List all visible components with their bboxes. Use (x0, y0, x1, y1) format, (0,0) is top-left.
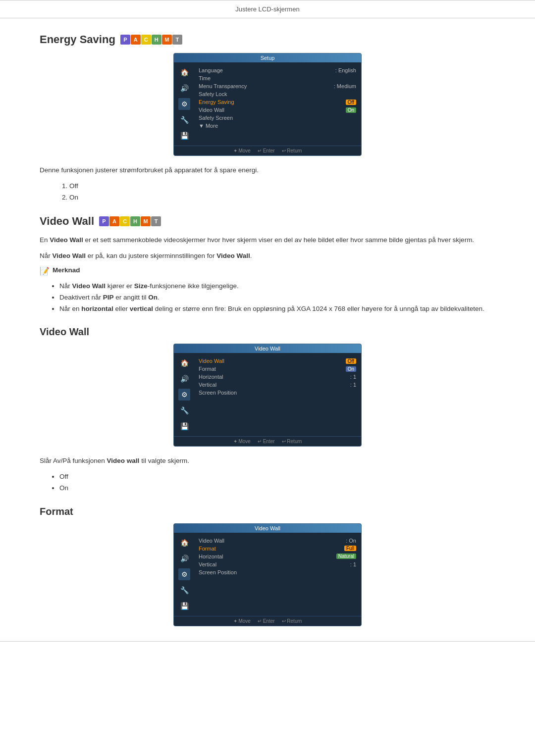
osd-vw-icon-3: ⚙ (178, 389, 190, 401)
osd-vw-icon-4: 🔧 (178, 404, 190, 416)
osd-return: ↩ Return (282, 148, 302, 153)
osd-fmt-move: ✦ Move (233, 618, 251, 624)
osd-title-videowall: Video Wall (174, 344, 361, 353)
osd-icon-column: 🏠 🔊 ⚙ 🔧 💾 (177, 66, 192, 142)
osd-menu-setup: Language : English Time Menu Transparenc… (195, 66, 358, 142)
osd-fmt-item-horizontal: Horizontal Natural (197, 553, 358, 560)
osd-fmt-enter: ↵ Enter (258, 618, 275, 624)
badge-M: M (162, 35, 172, 45)
format-sub-title: Format (40, 506, 495, 517)
osd-vw-move: ✦ Move (233, 439, 251, 444)
osd-item-safety-screen: Safety Screen (197, 114, 358, 122)
bullet-2: Deaktivert når PIP er angitt til On. (59, 292, 495, 303)
badge-P: P (120, 35, 130, 45)
osd-menu-format: Video Wall : On Format Full Horizontal N… (195, 537, 358, 612)
osd-vw-enter: ↵ Enter (258, 439, 275, 444)
osd-fmt-item-videowall: Video Wall : On (197, 537, 358, 545)
page-header: Justere LCD-skjermen (0, 2, 535, 18)
video-wall-bullets: Når Video Wall kjører er Size-funksjonen… (59, 281, 495, 315)
option-on: On (69, 192, 495, 203)
video-wall-sub-title: Video Wall (40, 326, 495, 338)
osd-vw-item-videowall: Video Wall Off (197, 357, 358, 365)
badge-H: H (152, 35, 161, 45)
format-subsection: Format Video Wall 🏠 🔊 ⚙ 🔧 💾 Video Wall :… (40, 506, 495, 626)
video-wall-osd: Video Wall 🏠 🔊 ⚙ 🔧 💾 Video Wall Off (173, 344, 362, 447)
osd-fmt-icon-3: ⚙ (178, 568, 190, 580)
osd-footer-setup: ✦ Move ↵ Enter ↩ Return (174, 146, 361, 155)
osd-vw-item-screen-position: Screen Position (197, 389, 358, 397)
bullet-1: Når Video Wall kjører er Size-funksjonen… (59, 281, 495, 292)
badge-T: T (172, 35, 182, 45)
osd-item-video-wall: Video Wall On (197, 106, 358, 114)
osd-fmt-item-vertical: Vertical : 1 (197, 560, 358, 568)
osd-item-time: Time (197, 74, 358, 82)
osd-vw-item-vertical: Vertical : 1 (197, 381, 358, 389)
osd-item-language: Language : English (197, 66, 358, 74)
energy-saving-osd: Setup 🏠 🔊 ⚙ 🔧 💾 Language : English T (173, 53, 362, 156)
osd-footer-vw: ✦ Move ↵ Enter ↩ Return (174, 436, 361, 446)
option-off: Off (69, 181, 495, 192)
osd-icon-4: 🔧 (178, 114, 190, 126)
osd-item-more: ▼ More (197, 122, 358, 130)
video-wall-title: Video Wall P A C H M T (40, 215, 495, 228)
osd-icon-2: 🔊 (178, 82, 190, 94)
osd-vw-icon-5: 💾 (178, 420, 190, 432)
osd-title-format: Video Wall (174, 524, 361, 533)
vw-option-on: On (59, 483, 495, 494)
osd-move: ✦ Move (233, 148, 251, 153)
video-wall-desc-2: Når Video Wall er på, kan du justere skj… (40, 251, 495, 261)
osd-fmt-icon-1: 🏠 (178, 537, 190, 549)
osd-fmt-icon-2: 🔊 (178, 553, 190, 564)
vw-badge-C: C (120, 216, 130, 226)
badge-C: C (141, 35, 151, 45)
energy-saving-description: Denne funksjonen justerer strømforbruket… (40, 165, 495, 176)
osd-fmt-return: ↩ Return (282, 618, 302, 624)
osd-fmt-icon-5: 💾 (178, 600, 190, 612)
osd-menu-vw: Video Wall Off Format On Horizontal : 1 … (195, 357, 358, 432)
energy-saving-badges: P A C H M T (120, 35, 182, 45)
osd-enter: ↵ Enter (258, 148, 275, 153)
note-box: 📝 Merknad (40, 266, 495, 276)
note-icon: 📝 (40, 266, 50, 276)
energy-saving-title: Energy Saving P A C H M T (40, 33, 495, 46)
osd-item-menu-transparency: Menu Transparency : Medium (197, 82, 358, 90)
osd-fmt-icon-column: 🏠 🔊 ⚙ 🔧 💾 (177, 537, 192, 612)
video-wall-main-section: Video Wall P A C H M T En Video Wall er … (40, 215, 495, 314)
osd-icon-5: 💾 (178, 130, 190, 142)
osd-vw-icon-2: 🔊 (178, 373, 190, 385)
note-label: Merknad (53, 266, 80, 274)
bullet-3: Når en horizontal eller vertical deling … (59, 303, 495, 315)
vw-badge-T: T (151, 216, 161, 226)
osd-vw-item-horizontal: Horizontal : 1 (197, 373, 358, 381)
osd-footer-format: ✦ Move ↵ Enter ↩ Return (174, 616, 361, 626)
osd-item-safety-lock: Safety Lock (197, 90, 358, 98)
osd-icon-3: ⚙ (178, 98, 190, 110)
vw-badge-A: A (109, 216, 119, 226)
vw-option-off: Off (59, 471, 495, 483)
vw-badge-H: H (130, 216, 140, 226)
video-wall-badges: P A C H M T (99, 216, 161, 226)
format-osd: Video Wall 🏠 🔊 ⚙ 🔧 💾 Video Wall : On (173, 523, 362, 626)
osd-icon-1: 🏠 (178, 66, 190, 78)
vw-badge-M: M (141, 216, 151, 226)
osd-fmt-item-format: Format Full (197, 545, 358, 553)
osd-item-energy-saving: Energy Saving Off (197, 98, 358, 106)
video-wall-sub-description: Slår Av/På funksjonen Video wall til val… (40, 455, 495, 466)
osd-vw-item-format: Format On (197, 365, 358, 373)
video-wall-sub-options: Off On (59, 471, 495, 494)
energy-saving-options-list: Off On (59, 181, 495, 203)
video-wall-subsection: Video Wall Video Wall 🏠 🔊 ⚙ 🔧 💾 Video Wa… (40, 326, 495, 494)
vw-badge-P: P (99, 216, 109, 226)
osd-vw-icon-1: 🏠 (178, 357, 190, 369)
osd-vw-return: ↩ Return (282, 439, 302, 444)
osd-title-setup: Setup (174, 53, 361, 62)
osd-fmt-icon-4: 🔧 (178, 584, 190, 596)
video-wall-desc-1: En Video Wall er et sett sammenkoblede v… (40, 235, 495, 246)
energy-saving-section: Energy Saving P A C H M T Setup 🏠 🔊 ⚙ 🔧 (40, 33, 495, 203)
badge-A: A (131, 35, 141, 45)
osd-vw-icon-column: 🏠 🔊 ⚙ 🔧 💾 (177, 357, 192, 432)
osd-fmt-item-screen-position: Screen Position (197, 568, 358, 576)
